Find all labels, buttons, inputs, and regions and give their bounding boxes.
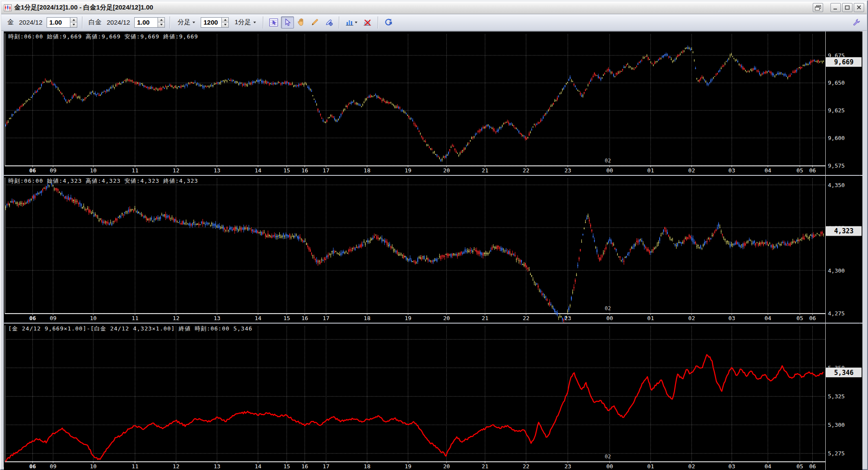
x-axis-label: 17 <box>323 463 330 470</box>
toolbar-separator <box>263 16 264 29</box>
spinner-buttons[interactable] <box>158 17 165 28</box>
chart-plot-gold[interactable]: 029,6759,6509,6259,6009,5750609101112131… <box>4 32 862 175</box>
x-axis-label: 03 <box>729 463 735 470</box>
svg-text:4,323: 4,323 <box>834 227 853 235</box>
x-axis-label: 11 <box>132 315 139 321</box>
x-axis-label: 19 <box>404 167 411 174</box>
x-axis-label: 06 <box>809 315 816 321</box>
x-axis-label: 10 <box>90 463 97 470</box>
x-axis-label: 00 <box>606 167 613 174</box>
toolbar-separator <box>170 16 170 29</box>
bar-count-value[interactable]: 1200 <box>201 17 221 28</box>
date-change-label: 02 <box>605 305 611 311</box>
x-axis-label: 06 <box>809 463 816 470</box>
x-axis-label: 13 <box>214 315 221 321</box>
platinum-label: 白金 <box>88 18 101 26</box>
chart-plot-spread[interactable]: 025,3505,3255,3005,275060910111213141516… <box>4 324 862 470</box>
y-axis-label: 4,275 <box>828 310 845 317</box>
window-title: 金1分足[2024/12]1.00 - 白金1分足[2024/12]1.00 <box>14 3 153 12</box>
gold-multiplier-spinner[interactable]: 1.00 <box>47 17 77 28</box>
chart-cursor-icon <box>269 19 278 26</box>
x-axis-label: 21 <box>482 463 489 470</box>
indicator-bars-icon <box>346 19 354 26</box>
last-price-box: 9,669 <box>826 57 862 67</box>
y-axis-label: 4,350 <box>828 182 845 188</box>
x-axis-label: 15 <box>283 167 290 174</box>
spinner-buttons[interactable] <box>221 17 229 28</box>
platinum-month-label: 2024/12 <box>107 19 130 26</box>
delete-indicator-button[interactable] <box>361 16 374 29</box>
date-change-label: 02 <box>605 158 611 164</box>
x-axis-label: 19 <box>404 463 411 470</box>
refresh-button[interactable]: R <box>382 16 395 29</box>
pan-hand-button[interactable] <box>295 16 308 29</box>
x-axis-label: 04 <box>764 463 771 470</box>
x-axis-label: 06 <box>809 167 816 174</box>
chart-area: 029,6759,6509,6259,6009,5750609101112131… <box>3 31 860 467</box>
pencil-button[interactable] <box>309 16 322 29</box>
titlebar[interactable]: 金1分足[2024/12]1.00 - 白金1分足[2024/12]1.00 <box>1 1 867 14</box>
last-price-box: 5,346 <box>826 368 862 377</box>
x-axis-label: 13 <box>214 463 221 470</box>
x-axis-label: 23 <box>565 315 571 321</box>
close-icon <box>856 5 862 10</box>
float-window-button[interactable] <box>813 3 823 12</box>
x-axis-label: 16 <box>301 463 308 470</box>
gold-multiplier-value[interactable]: 1.00 <box>47 17 70 28</box>
x-axis-label: 14 <box>255 315 262 321</box>
y-axis-label: 9,600 <box>828 135 845 141</box>
minimize-button[interactable] <box>830 3 841 12</box>
settings-wrench-button[interactable] <box>850 16 863 29</box>
chart-panel-1: 024,3504,3254,3004,275060910111213141516… <box>4 175 860 323</box>
platinum-multiplier-spinner[interactable]: 1.00 <box>134 17 165 28</box>
marker-crosshair-icon <box>325 18 333 26</box>
x-axis-label: 22 <box>523 167 530 174</box>
bar-count-spinner[interactable]: 1200 <box>201 17 229 28</box>
chevron-down-icon <box>355 22 357 23</box>
x-axis-label: 00 <box>606 315 613 321</box>
x-axis-label: 05 <box>796 167 803 174</box>
gold-label: 金 <box>7 18 14 26</box>
select-cursor-button[interactable] <box>281 16 294 29</box>
y-axis-label: 5,275 <box>828 450 845 457</box>
chart-plot-platinum[interactable]: 024,3504,3254,3004,275060910111213141516… <box>4 176 862 323</box>
interval-type-dropdown[interactable]: 分足 <box>174 16 198 28</box>
x-axis-label: 23 <box>565 463 571 470</box>
x-axis-label: 01 <box>647 167 654 174</box>
close-button[interactable] <box>854 3 864 12</box>
delete-indicator-icon <box>363 19 372 26</box>
x-axis-label: 09 <box>50 167 57 174</box>
x-axis-label: 14 <box>255 463 262 470</box>
x-axis-label: 00 <box>606 463 613 470</box>
indicator-bars-button[interactable] <box>343 16 360 29</box>
x-axis-label: 18 <box>364 315 371 321</box>
y-axis-label: 9,575 <box>828 162 845 169</box>
app-window: 金1分足[2024/12]1.00 - 白金1分足[2024/12]1.00 金… <box>0 0 868 470</box>
toolbar: 金 2024/12 1.00 白金 2024/12 1.00 分足 1200 1… <box>1 14 867 31</box>
chart-cursor-button[interactable] <box>267 16 280 29</box>
y-axis-label: 9,650 <box>828 79 845 86</box>
y-axis-label: 5,325 <box>828 393 845 400</box>
svg-text:9,669: 9,669 <box>834 58 853 66</box>
y-axis-label: 9,625 <box>828 107 845 114</box>
x-axis-label: 02 <box>688 463 695 470</box>
marker-crosshair-button[interactable] <box>322 16 335 29</box>
x-axis-label: 06 <box>29 167 36 174</box>
select-cursor-icon <box>284 19 291 26</box>
float-window-icon <box>815 5 821 10</box>
y-axis-label: 4,300 <box>828 267 845 274</box>
spinner-buttons[interactable] <box>70 17 77 28</box>
x-axis-label: 18 <box>364 463 371 470</box>
x-axis-label: 12 <box>173 167 180 174</box>
toolbar-separator <box>82 16 83 29</box>
x-axis-label: 05 <box>796 463 803 470</box>
x-axis-label: 13 <box>214 167 221 174</box>
toolbar-separator <box>378 16 379 29</box>
maximize-button[interactable] <box>842 3 852 12</box>
interval-value-dropdown[interactable]: 1分足 <box>231 16 259 28</box>
x-axis-label: 09 <box>50 315 57 321</box>
wrench-icon <box>852 18 861 26</box>
platinum-multiplier-value[interactable]: 1.00 <box>134 17 158 28</box>
chevron-down-icon <box>253 22 256 23</box>
x-axis-label: 11 <box>132 167 139 174</box>
